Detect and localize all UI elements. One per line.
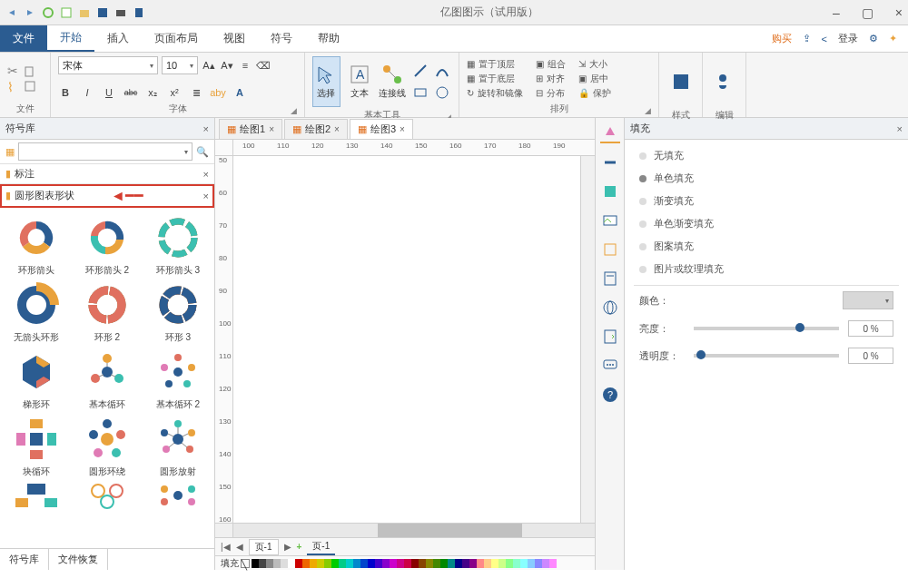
page-tab-2[interactable]: 页-1 <box>307 539 335 555</box>
close-category-icon[interactable]: × <box>203 191 209 201</box>
page-prev-icon[interactable]: ◀ <box>236 542 243 552</box>
tab-start[interactable]: 开始 <box>47 25 94 52</box>
align-button[interactable]: ⊞对齐 <box>536 73 566 85</box>
tab-insert[interactable]: 插入 <box>94 25 142 52</box>
tab-view[interactable]: 视图 <box>211 25 258 52</box>
category-circular-shapes[interactable]: ▮ 圆形图表形状 ◄━━ × <box>0 184 214 208</box>
login-link[interactable]: 登录 <box>838 32 858 45</box>
color-swatch[interactable] <box>252 559 259 568</box>
page-next-icon[interactable]: ▶ <box>284 542 291 552</box>
app-icon[interactable]: ✦ <box>889 33 897 44</box>
color-swatch[interactable] <box>368 559 375 568</box>
export-icon[interactable] <box>133 6 145 19</box>
copy-icon[interactable] <box>24 65 36 78</box>
color-swatch[interactable] <box>528 559 535 568</box>
export-icon[interactable]: < <box>822 34 827 44</box>
page-first-icon[interactable]: |◀ <box>221 542 231 552</box>
color-swatch[interactable] <box>433 559 440 568</box>
refresh-icon[interactable] <box>42 6 54 19</box>
share-icon[interactable]: ⇪ <box>803 33 811 44</box>
save-icon[interactable] <box>96 6 109 19</box>
color-swatch[interactable] <box>273 559 281 568</box>
subscript-button[interactable]: x₂ <box>145 85 160 100</box>
color-swatch[interactable] <box>404 559 411 568</box>
send-back-button[interactable]: ▦置于底层 <box>467 73 523 85</box>
shape-item[interactable] <box>147 482 209 509</box>
color-swatch[interactable] <box>382 559 390 568</box>
text-panel-icon[interactable] <box>600 269 620 289</box>
color-swatch[interactable] <box>484 559 491 568</box>
close-panel-icon[interactable]: × <box>203 123 209 134</box>
select-tool[interactable]: 选择 <box>312 56 340 107</box>
size-button[interactable]: ⇲大小 <box>578 58 611 71</box>
tab-symbol[interactable]: 符号 <box>258 25 305 52</box>
color-swatch[interactable] <box>302 559 310 568</box>
minimize-button[interactable]: – <box>833 5 840 20</box>
color-swatch[interactable] <box>469 559 477 568</box>
color-swatch[interactable] <box>397 559 404 568</box>
category-callout[interactable]: ▮ 标注 × <box>0 164 214 184</box>
clear-format-icon[interactable]: ⌫ <box>256 58 271 73</box>
underline-button[interactable]: U <box>102 85 116 100</box>
print-icon[interactable] <box>114 6 127 19</box>
color-swatch[interactable] <box>426 559 433 568</box>
line-tool-icon[interactable] <box>411 62 429 80</box>
curve-tool-icon[interactable] <box>433 62 451 80</box>
shape-item[interactable]: 环形箭头 <box>5 213 67 277</box>
attachment-panel-icon[interactable] <box>600 327 620 347</box>
file-menu-button[interactable]: 文件 <box>0 25 47 52</box>
tab-help[interactable]: 帮助 <box>305 25 352 52</box>
shape-item[interactable] <box>76 482 138 509</box>
fill-opt-pattern[interactable]: 图案填充 <box>639 240 893 253</box>
settings-icon[interactable]: ⚙ <box>869 33 878 44</box>
line-panel-icon[interactable] <box>600 152 620 172</box>
page-add-icon[interactable]: + <box>297 542 302 552</box>
new-icon[interactable] <box>60 6 73 19</box>
italic-button[interactable]: I <box>80 85 94 100</box>
image-panel-icon[interactable] <box>600 211 620 230</box>
font-color-icon[interactable]: A <box>232 85 247 100</box>
color-swatch[interactable] <box>491 559 498 568</box>
color-swatch[interactable] <box>288 559 295 568</box>
bold-button[interactable]: B <box>58 85 73 100</box>
protect-button[interactable]: 🔒保护 <box>578 87 611 100</box>
layer-panel-icon[interactable] <box>600 240 620 260</box>
color-swatch[interactable] <box>346 559 353 568</box>
color-swatch-combo[interactable]: ▾ <box>843 291 893 309</box>
color-swatch[interactable] <box>448 559 455 568</box>
close-panel-icon[interactable]: × <box>897 123 903 134</box>
doc-tab-2[interactable]: ▦绘图2× <box>284 119 348 139</box>
shape-item[interactable]: 环形 2 <box>76 280 138 344</box>
color-swatch[interactable] <box>317 559 324 568</box>
close-doc-icon[interactable]: × <box>334 124 340 134</box>
font-size-combo[interactable]: 10▾ <box>162 56 198 74</box>
fill-opt-solid[interactable]: 单色填充 <box>639 172 893 185</box>
connector-tool[interactable]: 连接线 <box>379 56 406 107</box>
color-swatch[interactable] <box>339 559 346 568</box>
color-swatch[interactable] <box>506 559 513 568</box>
close-button[interactable]: × <box>895 5 903 20</box>
color-swatch[interactable] <box>259 559 266 568</box>
style-button[interactable] <box>666 56 695 107</box>
color-swatch[interactable] <box>281 559 288 568</box>
find-button[interactable] <box>710 56 738 107</box>
fill-opt-gradient[interactable]: 渐变填充 <box>639 194 893 208</box>
shape-item[interactable]: 圆形放射 <box>147 415 209 478</box>
fill-opt-texture[interactable]: 图片或纹理填充 <box>639 262 893 276</box>
shape-item[interactable]: 环形箭头 3 <box>147 213 209 277</box>
center-button[interactable]: ▣居中 <box>578 73 611 85</box>
strike-button[interactable]: abc <box>123 85 138 100</box>
grow-font-icon[interactable]: A▴ <box>202 58 216 73</box>
opacity-slider[interactable] <box>694 354 839 358</box>
close-doc-icon[interactable]: × <box>400 124 405 134</box>
close-doc-icon[interactable]: × <box>269 124 274 134</box>
color-swatch[interactable] <box>360 559 368 568</box>
font-name-combo[interactable]: 宋体▾ <box>58 56 158 74</box>
paste-icon[interactable] <box>24 80 36 93</box>
superscript-button[interactable]: x² <box>167 85 182 100</box>
hyperlink-panel-icon[interactable] <box>600 298 620 318</box>
canvas[interactable] <box>233 156 580 523</box>
scrollbar-horizontal[interactable] <box>215 523 595 537</box>
color-swatch[interactable] <box>411 559 419 568</box>
color-swatch[interactable] <box>440 559 448 568</box>
